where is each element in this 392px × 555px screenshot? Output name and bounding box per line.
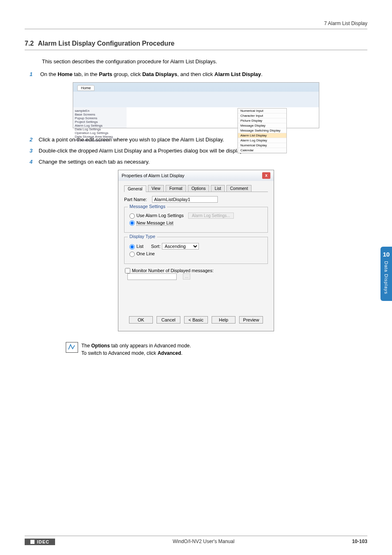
section-num: 7.2 [25,40,34,47]
menu-item[interactable]: Message Switching Display [238,128,286,133]
preview-button[interactable]: Preview [239,316,263,324]
footer-page: 10-103 [352,539,367,545]
step-3: 3Double-click the dropped Alarm List Dis… [30,148,367,154]
data-displays-menu[interactable]: Numerical Input Character Input Picture … [238,108,287,153]
footer-center: WindO/I-NV2 User's Manual [173,539,234,545]
step-1-num: 1 [30,71,39,77]
alarm-log-settings-button[interactable]: Alarm Log Settings... [188,213,234,219]
sort-label: Sort: [151,244,160,249]
section-text: Alarm List Display Configuration Procedu… [38,40,175,47]
step-3-text: Double-click the dropped Alarm List Disp… [39,148,250,154]
help-button[interactable]: Help [212,316,235,324]
monitor-browse-button[interactable]: ... [183,273,190,280]
basic-button[interactable]: < Basic [184,316,208,324]
note-text: The Options tab only appears in Advanced… [81,342,191,357]
tab-comment[interactable]: Comment [226,185,251,192]
tab-general[interactable]: General [124,185,146,192]
group-label-disp: Display Type [128,234,157,239]
ribbon-tab-home[interactable]: Home [77,85,95,91]
monitor-input[interactable] [127,273,177,280]
brand-icon [30,540,35,544]
close-icon[interactable]: x [262,172,270,179]
svg-rect-1 [30,540,35,544]
message-settings-group: Message Settings Use Alarm Log Settings … [124,207,268,233]
note-icon [66,342,78,353]
menu-item[interactable]: Numerical Input [238,109,286,113]
tab-view[interactable]: View [148,185,164,192]
tab-options[interactable]: Options [188,185,209,192]
menu-item[interactable]: Numerical Display [238,143,286,148]
step-1: 1 On the Home tab, in the Parts group, c… [30,71,367,77]
step-4-text: Change the settings on each tab as neces… [39,159,150,165]
properties-dialog: Properties of Alarm List Display x Gener… [118,170,274,331]
menu-item[interactable]: Calendar [238,148,286,153]
intro-text: This section describes the configuration… [42,58,367,65]
part-name-label: Part Name: [124,197,151,202]
monitor-checkbox[interactable] [125,268,130,273]
radio-list[interactable] [129,244,135,250]
ok-button[interactable]: OK [129,316,153,324]
group-label-msg: Message Settings [128,204,167,209]
menu-item[interactable]: Character Input [238,113,286,118]
menu-item[interactable]: Alarm Log Display [238,138,286,143]
step-3-num: 3 [30,148,39,154]
menu-item[interactable]: Message Display [238,123,286,128]
radio-use-alarm-log[interactable] [129,213,135,219]
menu-item[interactable]: Picture Display [238,118,286,123]
project-tree[interactable]: sampleEn Base Screens Popup Screens Proj… [73,107,127,128]
tab-list[interactable]: List [211,185,225,192]
radio-new-message-list[interactable] [129,220,135,226]
footer-brand: IDEC [25,539,55,545]
menu-item-selected[interactable]: Alarm List Display [238,133,286,138]
page-header-right: 7 Alarm List Display [25,21,367,29]
chapter-side-tab: 10 Data Displays [380,247,392,301]
step-4-num: 4 [30,159,39,165]
dialog-title: Properties of Alarm List Display [122,173,184,178]
chapter-num: 10 [380,251,392,258]
chapter-label: Data Displays [384,261,389,294]
step-4: 4Change the settings on each tab as nece… [30,159,367,165]
step-2-text: Click a point on the edit screen where y… [39,136,224,143]
radio-one-line[interactable] [129,252,135,257]
tab-format[interactable]: Format [166,185,186,192]
sort-select[interactable]: Ascending [162,243,199,250]
monitor-label: Monitor Number of Displayed messages: [132,268,214,273]
cancel-button[interactable]: Cancel [157,316,180,324]
dialog-tabs: General View Format Options List Comment [124,185,268,192]
note: The Options tab only appears in Advanced… [66,342,367,357]
display-type-group: Display Type List Sort: Ascending One Li… [124,237,268,264]
step-2-num: 2 [30,136,39,143]
step-1-text: On the Home tab, in the Parts group, cli… [40,71,263,77]
section-title: 7.2Alarm List Display Configuration Proc… [25,40,367,50]
part-name-input[interactable] [152,196,218,203]
app-screenshot: Home sampleEn Base Screens Popup Screens… [73,82,319,128]
